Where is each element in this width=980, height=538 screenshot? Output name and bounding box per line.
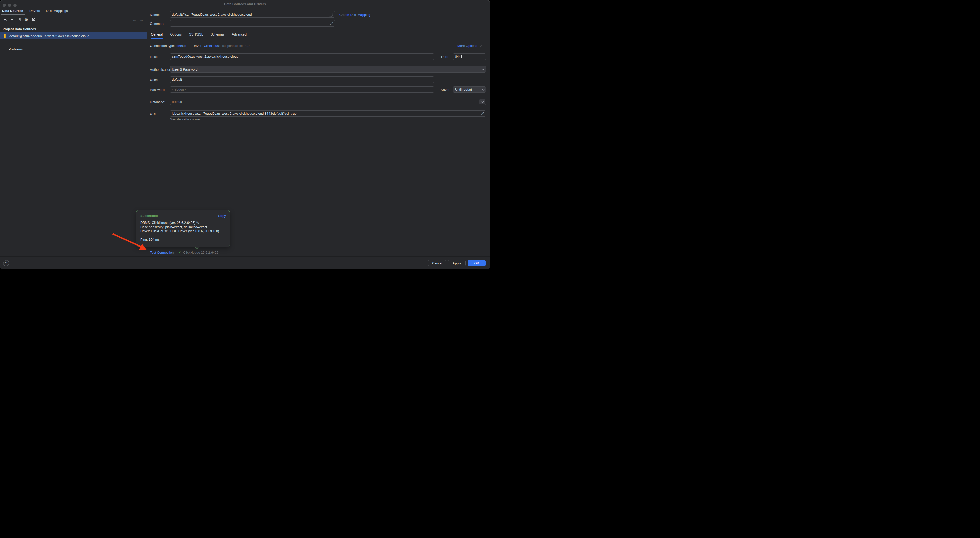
create-ddl-mapping-link[interactable]: Create DDL Mapping bbox=[339, 13, 371, 17]
sidebar-tabs: Data Sources Drivers DDL Mappings bbox=[2, 9, 68, 13]
database-combobox[interactable]: default bbox=[170, 99, 486, 105]
chevron-down-icon bbox=[481, 100, 484, 103]
popup-dbms-line: DBMS: ClickHouse (ver. 25.6.2.6426)✎ bbox=[140, 221, 226, 225]
user-input[interactable] bbox=[170, 76, 434, 83]
name-progress-circle-icon bbox=[329, 13, 333, 17]
database-value: default bbox=[172, 100, 182, 104]
tab-general[interactable]: General bbox=[151, 32, 163, 39]
tab-ssh-ssl[interactable]: SSH/SSL bbox=[189, 32, 203, 39]
name-input[interactable] bbox=[170, 11, 335, 18]
forward-icon[interactable]: → bbox=[140, 18, 143, 22]
tab-data-sources[interactable]: Data Sources bbox=[2, 9, 23, 13]
driver-label: Driver: bbox=[192, 44, 202, 48]
cancel-button[interactable]: Cancel bbox=[428, 260, 446, 266]
authentication-dropdown[interactable]: User & Password bbox=[170, 66, 486, 73]
apply-button[interactable]: Apply bbox=[448, 260, 466, 266]
ok-button[interactable]: OK bbox=[468, 260, 486, 266]
settings-gear-icon[interactable]: ⚙ bbox=[24, 17, 29, 22]
port-input[interactable] bbox=[453, 53, 486, 60]
help-button[interactable]: ? bbox=[3, 260, 9, 266]
url-note: Overrides settings above bbox=[170, 118, 199, 121]
tab-ddl-mappings[interactable]: DDL Mappings bbox=[46, 9, 68, 13]
host-input[interactable] bbox=[170, 53, 434, 60]
footer-divider bbox=[0, 256, 490, 257]
project-data-sources-header: Project Data Sources bbox=[3, 27, 36, 31]
editor-tabs: General Options SSH/SSL Schemas Advanced bbox=[151, 32, 247, 39]
test-connection-status: ClickHouse 25.6.2.6426 bbox=[183, 251, 218, 255]
data-source-list-item[interactable]: default@szm7oqed0o.us-west-2.aws.clickho… bbox=[0, 32, 147, 39]
sidebar-toolbar: + − ⚙ bbox=[3, 17, 36, 22]
test-connection-result-popup: Succeeded Copy DBMS: ClickHouse (ver. 25… bbox=[136, 210, 230, 247]
tab-options[interactable]: Options bbox=[170, 32, 181, 39]
popup-notch bbox=[195, 245, 199, 249]
database-label: Database: bbox=[150, 100, 165, 104]
data-source-label: default@szm7oqed0o.us-west-2.aws.clickho… bbox=[10, 34, 89, 38]
tab-advanced[interactable]: Advanced bbox=[232, 32, 247, 39]
url-input[interactable] bbox=[170, 110, 486, 117]
comment-input[interactable] bbox=[170, 20, 335, 27]
test-connection-link[interactable]: Test Connection bbox=[150, 251, 174, 255]
sidebar-tabs-divider bbox=[0, 15, 147, 15]
data-sources-dialog: Data Sources and Drivers Data Sources Dr… bbox=[0, 0, 490, 269]
remove-data-source-icon[interactable]: − bbox=[10, 17, 14, 22]
edit-icon[interactable]: ✎ bbox=[196, 221, 199, 224]
clickhouse-icon bbox=[3, 34, 7, 38]
back-icon[interactable]: ← bbox=[133, 18, 137, 22]
duplicate-icon[interactable] bbox=[17, 17, 21, 22]
annotation-arrow bbox=[0, 0, 490, 269]
save-dropdown[interactable]: Until restart bbox=[453, 86, 486, 93]
authentication-value: User & Password bbox=[172, 67, 197, 71]
password-input[interactable] bbox=[170, 86, 434, 93]
help-icon: ? bbox=[5, 261, 7, 265]
open-in-new-icon[interactable] bbox=[31, 17, 36, 22]
popup-ping-line: Ping: 104 ms bbox=[140, 237, 226, 242]
add-data-source-icon[interactable]: + bbox=[3, 17, 7, 22]
url-label: URL: bbox=[150, 112, 158, 116]
authentication-label: Authentication: bbox=[150, 68, 172, 72]
url-expand-icon[interactable]: ⤢ bbox=[481, 111, 484, 116]
popup-case-line: Case sensitivity: plain=exact, delimited… bbox=[140, 225, 226, 229]
tab-drivers[interactable]: Drivers bbox=[29, 9, 40, 13]
connection-type-label: Connection type: bbox=[150, 44, 175, 48]
comment-label: Comment: bbox=[150, 22, 165, 25]
popup-status-title: Succeeded bbox=[140, 214, 158, 218]
add-dropdown-caret-icon bbox=[6, 21, 7, 21]
chevron-down-icon bbox=[479, 44, 481, 47]
chevron-down-icon bbox=[481, 67, 484, 70]
more-options-link[interactable]: More Options bbox=[457, 44, 481, 48]
port-label: Port: bbox=[441, 55, 448, 59]
driver-note: supports since 20.7 bbox=[222, 44, 250, 48]
problems-divider bbox=[0, 44, 147, 45]
user-label: User: bbox=[150, 78, 158, 82]
password-label: Password: bbox=[150, 88, 165, 92]
dialog-title: Data Sources and Drivers bbox=[0, 0, 490, 7]
database-dropdown-button[interactable] bbox=[479, 99, 485, 105]
save-label: Save: bbox=[441, 88, 449, 92]
host-label: Host: bbox=[150, 55, 158, 59]
comment-expand-icon[interactable]: ⤢ bbox=[330, 21, 333, 26]
tab-schemas[interactable]: Schemas bbox=[210, 32, 224, 39]
sidebar-item-problems[interactable]: Problems bbox=[9, 47, 23, 51]
success-check-icon: ✓ bbox=[178, 250, 181, 255]
driver-value-link[interactable]: ClickHouse bbox=[204, 44, 221, 48]
chevron-down-icon bbox=[482, 88, 485, 91]
connection-type-value-link[interactable]: default bbox=[177, 44, 186, 48]
save-value: Until restart bbox=[455, 88, 472, 91]
more-options-label: More Options bbox=[457, 44, 477, 48]
popup-driver-line: Driver: ClickHouse JDBC Driver (ver. 0.8… bbox=[140, 229, 226, 234]
copy-link[interactable]: Copy bbox=[218, 214, 226, 218]
name-label: Name: bbox=[150, 13, 160, 17]
connection-type-row: Connection type: default Driver: ClickHo… bbox=[150, 44, 250, 48]
